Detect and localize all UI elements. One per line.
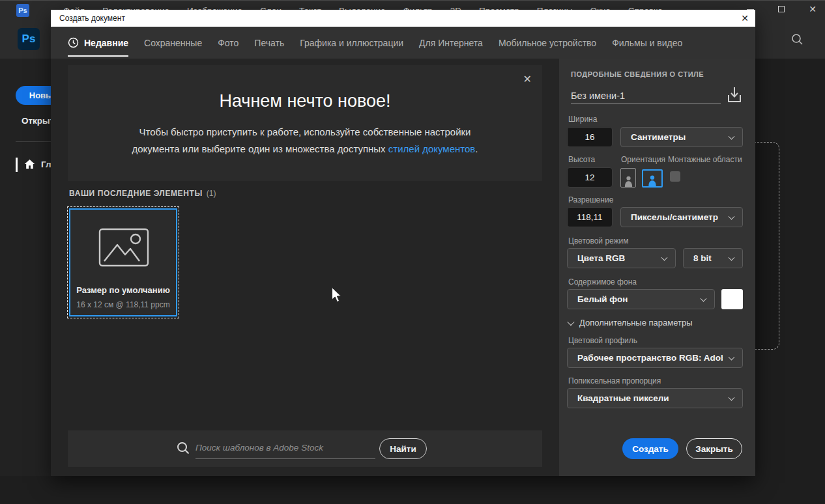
create-document-dialog: Создать документ ✕ Недавние Сохраненные … <box>51 10 755 476</box>
color-mode-label: Цветовой режим <box>568 236 629 245</box>
tab-film-video[interactable]: Фильмы и видео <box>612 27 682 59</box>
dialog-close-button[interactable]: ✕ <box>738 12 751 24</box>
tab-art-illustration[interactable]: Графика и иллюстрации <box>300 27 403 59</box>
search-icon[interactable] <box>790 33 804 46</box>
background-label: Содержимое фона <box>568 277 637 287</box>
tab-label: Графика и иллюстрации <box>300 38 403 48</box>
orientation-landscape-button[interactable] <box>642 169 663 188</box>
photoshop-home-logo: Ps <box>18 28 40 50</box>
advanced-options-label: Дополнительные параметры <box>579 318 693 328</box>
tab-label: Мобильное устройство <box>499 38 596 48</box>
width-label: Ширина <box>568 115 597 124</box>
advanced-options-toggle[interactable]: Дополнительные параметры <box>568 318 693 328</box>
orientation-portrait-button[interactable] <box>620 168 636 188</box>
resolution-unit-value: Пикселы/сантиметр <box>631 212 718 222</box>
image-placeholder-icon <box>98 228 149 267</box>
bit-depth-value: 8 bit <box>693 253 712 263</box>
artboards-checkbox[interactable] <box>670 171 680 182</box>
maximize-icon <box>778 6 785 12</box>
width-unit-value: Сантиметры <box>631 132 686 142</box>
tab-recent[interactable]: Недавние <box>68 27 128 59</box>
chevron-down-icon <box>729 133 735 139</box>
clock-icon <box>68 37 79 48</box>
dialog-tabbar: Недавние Сохраненные Фото Печать Графика… <box>51 27 755 59</box>
width-input[interactable] <box>567 127 613 147</box>
magnifier-icon <box>176 441 191 456</box>
stock-search-input[interactable] <box>195 437 375 459</box>
pixel-aspect-dropdown[interactable]: Квадратные пиксели <box>567 388 743 408</box>
pixel-aspect-label: Попиксельная пропорция <box>568 376 661 385</box>
tab-label: Недавние <box>84 38 128 48</box>
preset-details-panel: ПОДРОБНЫЕ СВЕДЕНИЯ О СТИЛЕ Ширина Сантим… <box>559 59 755 476</box>
active-nav-indicator <box>16 158 18 172</box>
tab-label: Фото <box>218 38 239 48</box>
window-maximize-button[interactable] <box>774 2 789 16</box>
color-profile-dropdown[interactable]: Рабочее пространство RGB: Adobe... <box>567 348 743 368</box>
chevron-down-icon <box>729 254 735 260</box>
tab-mobile[interactable]: Мобильное устройство <box>499 27 596 59</box>
height-label: Высота <box>568 155 595 164</box>
screen: Ps Файл Редактирование Изображение Слои … <box>0 0 825 504</box>
window-close-button[interactable]: ✕ <box>805 2 820 16</box>
banner-text-line1: Чтобы быстро приступить к работе, исполь… <box>68 126 542 137</box>
color-mode-value: Цвета RGB <box>577 253 625 263</box>
portrait-person-icon <box>624 175 633 187</box>
banner-text-line2: документа или выберите один из множества… <box>68 143 542 154</box>
chevron-down-icon <box>701 295 707 301</box>
bit-depth-dropdown[interactable]: 8 bit <box>683 248 743 268</box>
recent-template-card[interactable]: Размер по умолчанию 16 x 12 см @ 118,11 … <box>69 208 177 316</box>
background-dropdown[interactable]: Белый фон <box>567 289 715 309</box>
chevron-down-icon <box>729 354 735 360</box>
banner-text-period: . <box>475 143 478 154</box>
card-title: Размер по умолчанию <box>70 285 176 295</box>
chevron-down-icon <box>661 254 668 260</box>
chevron-down-icon <box>729 394 735 400</box>
tab-label: Сохраненные <box>144 38 202 48</box>
welcome-banner: ✕ Начнем нечто новое! Чтобы быстро прист… <box>68 65 542 181</box>
recent-items-label: ВАШИ ПОСЛЕДНИЕ ЭЛЕМЕНТЫ <box>69 189 203 198</box>
sidebar-divider <box>16 141 51 142</box>
recent-items-count: (1) <box>207 189 216 198</box>
document-presets-link[interactable]: стилей документов <box>388 143 476 154</box>
resolution-input[interactable] <box>567 207 613 227</box>
home-sidebar: Новый Открыть Главная <box>0 59 51 476</box>
find-button[interactable]: Найти <box>379 438 427 459</box>
close-button[interactable]: Закрыть <box>686 438 742 459</box>
tab-saved[interactable]: Сохраненные <box>144 27 202 59</box>
color-profile-label: Цветовой профиль <box>568 336 637 345</box>
tab-photo[interactable]: Фото <box>218 27 239 59</box>
background-color-swatch[interactable] <box>721 289 743 309</box>
dialog-titlebar: Создать документ ✕ <box>51 10 755 27</box>
resolution-label: Разрешение <box>568 195 613 204</box>
photoshop-app-icon: Ps <box>16 4 29 17</box>
tab-label: Печать <box>254 38 284 48</box>
dialog-title: Создать документ <box>59 14 125 23</box>
create-button[interactable]: Создать <box>622 438 678 459</box>
tab-label: Для Интернета <box>419 38 483 48</box>
tab-web[interactable]: Для Интернета <box>419 27 483 59</box>
color-mode-dropdown[interactable]: Цвета RGB <box>567 248 676 268</box>
resolution-unit-dropdown[interactable]: Пикселы/сантиметр <box>620 207 743 227</box>
height-input[interactable] <box>567 167 613 188</box>
banner-title: Начнем нечто новое! <box>68 91 542 111</box>
mouse-cursor <box>331 287 343 304</box>
save-preset-icon[interactable] <box>726 86 743 104</box>
landscape-person-icon <box>647 174 658 186</box>
background-value: Белый фон <box>577 294 628 304</box>
banner-close-button[interactable]: ✕ <box>523 73 532 85</box>
artboards-label: Монтажные области <box>668 155 742 164</box>
banner-text: документа или выберите один из множества… <box>132 143 388 154</box>
home-icon <box>24 159 35 169</box>
orientation-label: Ориентация <box>621 155 665 164</box>
chevron-down-icon <box>567 318 574 325</box>
tab-print[interactable]: Печать <box>254 27 284 59</box>
color-profile-value: Рабочее пространство RGB: Adobe... <box>577 353 723 363</box>
stock-search-bar: Найти <box>68 430 542 467</box>
dialog-main-area: ✕ Начнем нечто новое! Чтобы быстро прист… <box>51 59 559 476</box>
close-icon: ✕ <box>809 4 817 14</box>
document-name-input[interactable] <box>571 87 721 104</box>
width-unit-dropdown[interactable]: Сантиметры <box>620 127 743 147</box>
pixel-aspect-value: Квадратные пиксели <box>577 393 669 403</box>
chevron-down-icon <box>729 213 735 219</box>
recent-items-heading: ВАШИ ПОСЛЕДНИЕ ЭЛЕМЕНТЫ(1) <box>69 189 216 198</box>
